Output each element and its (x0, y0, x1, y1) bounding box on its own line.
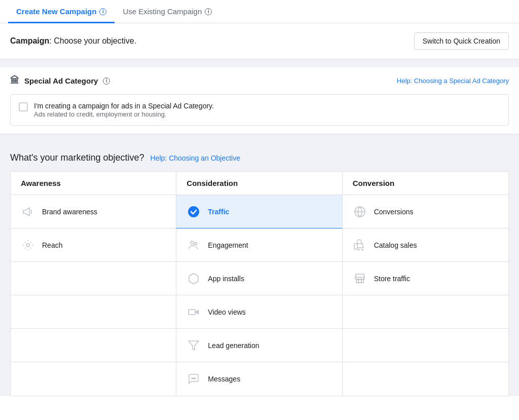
svg-point-2 (191, 241, 194, 244)
reach-label: Reach (42, 241, 62, 249)
messages-label: Messages (208, 375, 240, 383)
store-traffic-item[interactable]: Store traffic (343, 262, 508, 295)
svg-point-7 (192, 378, 193, 379)
quick-creation-button[interactable]: Switch to Quick Creation (414, 32, 509, 50)
engagement-item[interactable]: Engagement (176, 228, 342, 262)
campaign-subtitle: : Choose your objective. (49, 36, 136, 45)
campaign-title: Campaign: Choose your objective. (10, 36, 136, 46)
svg-point-8 (193, 378, 194, 379)
app-installs-icon (187, 272, 201, 286)
svg-rect-14 (358, 280, 361, 283)
conversion-empty-2 (343, 329, 508, 362)
objective-question-text: What's your marketing objective? (10, 152, 144, 163)
svg-rect-11 (354, 244, 357, 249)
special-ad-checkbox-sublabel: Ads related to credit, employment or hou… (34, 110, 167, 118)
svg-rect-4 (189, 310, 195, 315)
engagement-label: Engagement (208, 241, 248, 249)
special-ad-header: 🏛 Special Ad Category i Help: Choosing a… (10, 75, 509, 86)
traffic-check-icon (187, 205, 201, 219)
tab-create-new-info-icon[interactable]: i (99, 8, 106, 15)
consideration-column-header: Consideration (176, 172, 342, 195)
svg-point-12 (358, 249, 359, 250)
section-gap-2 (0, 134, 519, 142)
svg-point-3 (195, 242, 197, 245)
special-ad-section: 🏛 Special Ad Category i Help: Choosing a… (0, 67, 519, 134)
special-ad-checkbox[interactable] (19, 102, 28, 111)
special-ad-checkbox-row: I'm creating a campaign for ads in a Spe… (10, 94, 509, 126)
tab-use-existing[interactable]: Use Existing Campaign i (115, 0, 220, 23)
megaphone-icon (21, 205, 35, 219)
reach-item[interactable]: Reach (11, 228, 176, 262)
catalog-sales-item[interactable]: Catalog sales (343, 228, 508, 262)
filter-icon (187, 338, 201, 353)
messages-icon (187, 372, 201, 386)
special-ad-checkbox-label: I'm creating a campaign for ads in a Spe… (34, 102, 214, 110)
conversion-empty-3 (343, 362, 508, 396)
objective-grid: Awareness Brand awareness (10, 171, 509, 396)
campaign-header: Campaign: Choose your objective. Switch … (0, 23, 519, 59)
svg-point-9 (195, 378, 196, 379)
consideration-column: Consideration Traffic (176, 172, 342, 396)
svg-point-13 (362, 249, 363, 250)
conversion-column-header: Conversion (343, 172, 508, 195)
tab-use-existing-info-icon[interactable]: i (205, 8, 212, 15)
conversions-label: Conversions (374, 208, 414, 216)
conversion-empty-1 (343, 295, 508, 329)
tab-bar: Create New Campaign i Use Existing Campa… (0, 0, 519, 23)
special-ad-title: 🏛 Special Ad Category i (10, 75, 110, 86)
lead-generation-label: Lead generation (208, 341, 259, 350)
section-gap-1 (0, 59, 519, 67)
objective-question: What's your marketing objective? Help: C… (10, 152, 509, 163)
brand-awareness-item[interactable]: Brand awareness (11, 195, 176, 228)
store-icon (353, 272, 367, 286)
video-views-item[interactable]: Video views (176, 295, 342, 329)
awareness-empty-2 (11, 295, 176, 329)
conversions-item[interactable]: Conversions (343, 195, 508, 228)
special-ad-help-link[interactable]: Help: Choosing a Special Ad Category (397, 77, 509, 85)
globe-icon (353, 205, 367, 219)
awareness-empty-1 (11, 262, 176, 295)
lead-generation-item[interactable]: Lead generation (176, 329, 342, 362)
reach-icon (21, 238, 35, 252)
special-ad-info-icon[interactable]: i (103, 78, 110, 85)
building-icon: 🏛 (10, 75, 19, 86)
special-ad-checkbox-text: I'm creating a campaign for ads in a Spe… (34, 102, 214, 118)
campaign-label: Campaign (10, 36, 49, 45)
app-installs-label: App installs (208, 275, 244, 283)
awareness-column: Awareness Brand awareness (11, 172, 176, 396)
traffic-item[interactable]: Traffic (176, 195, 342, 228)
catalog-sales-label: Catalog sales (374, 241, 417, 249)
tab-create-new-label: Create New Campaign (16, 7, 96, 16)
traffic-label: Traffic (208, 208, 229, 216)
svg-point-0 (26, 244, 29, 247)
awareness-empty-4 (11, 362, 176, 396)
special-ad-title-text: Special Ad Category (24, 77, 98, 85)
conversion-column: Conversion Conversions (343, 172, 508, 396)
video-icon (187, 305, 201, 319)
objective-help-link[interactable]: Help: Choosing an Objective (151, 154, 240, 162)
messages-item[interactable]: Messages (176, 362, 342, 396)
awareness-column-header: Awareness (11, 172, 176, 195)
objective-section: What's your marketing objective? Help: C… (0, 142, 519, 396)
cart-icon (353, 238, 367, 252)
page-wrapper: Create New Campaign i Use Existing Campa… (0, 0, 519, 420)
video-views-label: Video views (208, 308, 245, 316)
brand-awareness-label: Brand awareness (42, 208, 97, 216)
tab-use-existing-label: Use Existing Campaign (123, 7, 202, 16)
store-traffic-label: Store traffic (374, 275, 410, 283)
svg-point-1 (188, 206, 199, 217)
tab-create-new[interactable]: Create New Campaign i (8, 0, 115, 23)
app-installs-item[interactable]: App installs (176, 262, 342, 295)
svg-marker-5 (195, 310, 199, 315)
engagement-icon (187, 238, 201, 252)
svg-marker-6 (189, 341, 199, 350)
awareness-empty-3 (11, 329, 176, 362)
